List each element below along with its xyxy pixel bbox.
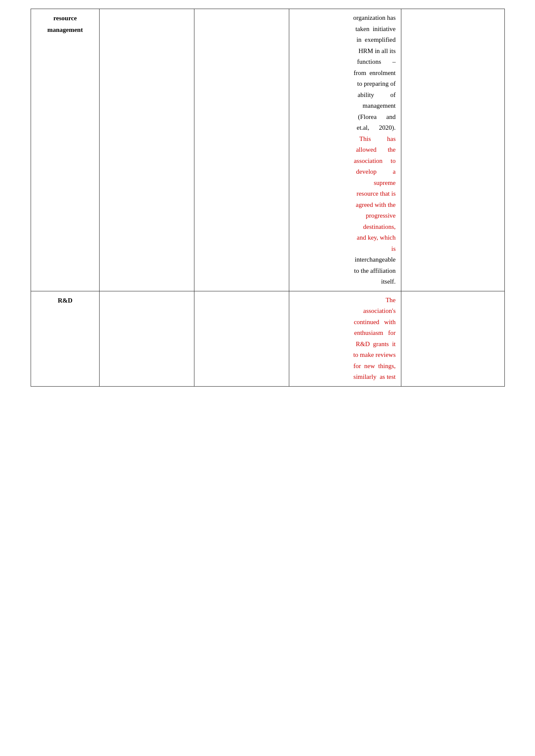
content-line-4: HRM in all its [294, 46, 396, 57]
label-rnd: R&D [36, 295, 94, 306]
rnd-line-5: R&D grants it [294, 339, 396, 350]
row-col3-resource [194, 9, 289, 291]
content-line-18: agreed with the [294, 200, 396, 211]
main-table: resource management organization has tak… [31, 9, 505, 387]
row-col3-rnd [194, 291, 289, 386]
page: resource management organization has tak… [0, 0, 535, 756]
content-line-16: supreme [294, 178, 396, 189]
content-line-22: is [294, 244, 396, 255]
content-line-14: association to [294, 156, 396, 167]
content-line-15: develop a [294, 166, 396, 178]
row-col2-resource [100, 9, 194, 291]
row-label-rnd: R&D [31, 291, 100, 386]
label-resource: resource management [36, 12, 94, 36]
row-content-resource: organization has taken initiative in exe… [289, 9, 401, 291]
table-row-rnd: R&D The association's continued with ent… [31, 291, 504, 386]
rnd-line-3: continued with [294, 317, 396, 328]
content-line-23: interchangeable [294, 254, 396, 266]
content-line-13: allowed the [294, 144, 396, 156]
content-line-7: to preparing of [294, 78, 396, 90]
rnd-line-8: similarly as test [294, 372, 396, 383]
rnd-line-6: to make reviews [294, 350, 396, 361]
content-line-20: destinations, [294, 222, 396, 233]
content-line-17: resource that is [294, 188, 396, 200]
content-line-8: ability of [294, 90, 396, 101]
content-line-10: (Florea and [294, 112, 396, 123]
content-line-6: from enrolment [294, 68, 396, 79]
content-line-19: progressive [294, 210, 396, 222]
row-col5-rnd [401, 291, 504, 386]
content-line-11: et.al, 2020). [294, 122, 396, 134]
rnd-line-7: for new things, [294, 361, 396, 372]
rnd-line-2: association's [294, 306, 396, 317]
table-row: resource management organization has tak… [31, 9, 504, 291]
content-line-2: taken initiative [294, 24, 396, 35]
content-line-9: management [294, 100, 396, 112]
content-line-25: itself. [294, 276, 396, 287]
row-col5-resource [401, 9, 504, 291]
row-label-resource: resource management [31, 9, 100, 291]
content-line-24: to the affiliation [294, 266, 396, 277]
row-col2-rnd [100, 291, 194, 386]
content-line-12: This has [294, 134, 396, 145]
table-container: resource management organization has tak… [31, 9, 505, 387]
content-line-5: functions – [294, 56, 396, 68]
content-line-1: organization has [294, 12, 396, 24]
rnd-line-1: The [294, 295, 396, 306]
content-line-21: and key, which [294, 232, 396, 244]
rnd-line-4: enthusiasm for [294, 328, 396, 339]
content-line-3: in exemplified [294, 34, 396, 46]
row-content-rnd: The association's continued with enthusi… [289, 291, 401, 386]
